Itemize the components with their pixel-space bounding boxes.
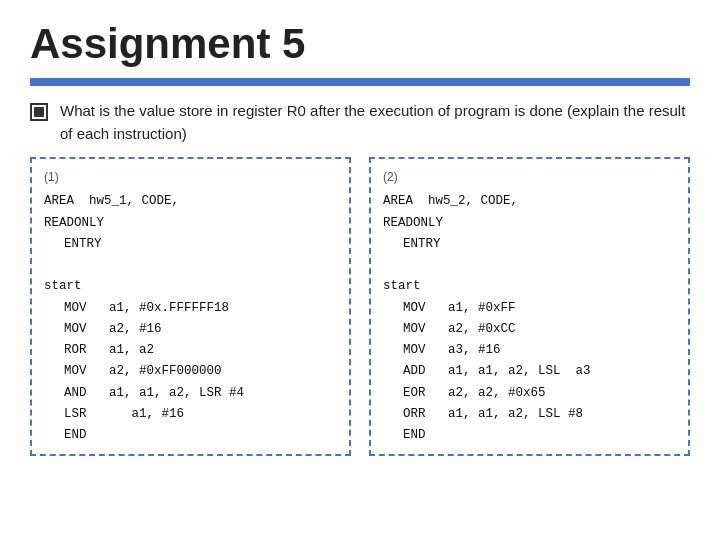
- code-line: MOV a1, #0xFF: [383, 298, 676, 319]
- code-line: start: [44, 276, 337, 297]
- code-line: AND a1, a1, a2, LSR #4: [44, 383, 337, 404]
- checkbox-icon: [30, 103, 48, 121]
- code-line: READONLY: [44, 213, 337, 234]
- code-line: LSR a1, #16: [44, 404, 337, 425]
- code-line: END: [383, 425, 676, 446]
- blue-divider: [30, 78, 690, 86]
- code-line: MOV a1, #0x.FFFFFF18: [44, 298, 337, 319]
- code-line: ROR a1, a2: [44, 340, 337, 361]
- code-panel-2: (2) AREA hw5_2, CODE, READONLY ENTRY sta…: [369, 157, 690, 456]
- code-line: ORR a1, a1, a2, LSL #8: [383, 404, 676, 425]
- code-line: AREA hw5_2, CODE,: [383, 191, 676, 212]
- code-line: MOV a3, #16: [383, 340, 676, 361]
- code-line: AREA hw5_1, CODE,: [44, 191, 337, 212]
- code-line: ENTRY: [44, 234, 337, 255]
- code-line: MOV a2, #0xCC: [383, 319, 676, 340]
- code-line: MOV a2, #0xFF000000: [44, 361, 337, 382]
- code-panels: (1) AREA hw5_1, CODE, READONLY ENTRY sta…: [30, 157, 690, 456]
- code-line: [383, 255, 676, 276]
- question-text: What is the value store in register R0 a…: [60, 100, 690, 145]
- code-line: READONLY: [383, 213, 676, 234]
- code-line: [44, 255, 337, 276]
- code-line: EOR a2, a2, #0x65: [383, 383, 676, 404]
- code-panel-1: (1) AREA hw5_1, CODE, READONLY ENTRY sta…: [30, 157, 351, 456]
- panel-1-label: (1): [44, 167, 337, 187]
- code-line: MOV a2, #16: [44, 319, 337, 340]
- code-line: ENTRY: [383, 234, 676, 255]
- code-line: start: [383, 276, 676, 297]
- page-title: Assignment 5: [30, 20, 690, 68]
- panel-2-code: AREA hw5_2, CODE, READONLY ENTRY start M…: [383, 191, 676, 446]
- panel-2-label: (2): [383, 167, 676, 187]
- code-line: ADD a1, a1, a2, LSL a3: [383, 361, 676, 382]
- panel-1-code: AREA hw5_1, CODE, READONLY ENTRY start M…: [44, 191, 337, 446]
- code-line: END: [44, 425, 337, 446]
- question-row: What is the value store in register R0 a…: [30, 100, 690, 145]
